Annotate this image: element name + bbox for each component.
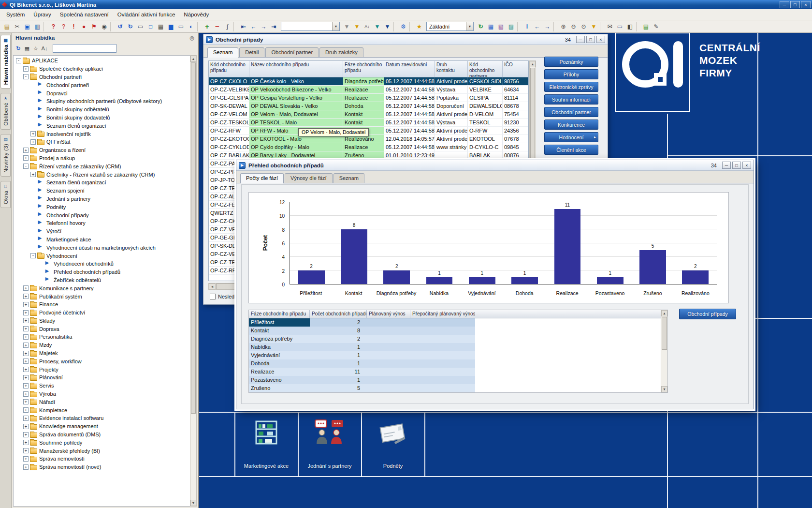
tree-expander-icon[interactable] [30, 237, 36, 242]
tree-expander-icon[interactable] [30, 188, 36, 194]
tree-expander-icon[interactable]: + [23, 367, 29, 372]
tree-item[interactable]: Bonitní skupiny odběratelů [14, 105, 190, 114]
tree-expander-icon[interactable]: + [23, 334, 29, 340]
column-header[interactable]: Datum zaevidování [384, 61, 435, 77]
refresh-icon[interactable]: ↻ [476, 22, 486, 31]
tree-expander-icon[interactable]: + [23, 302, 29, 307]
tree-expander-icon[interactable]: + [23, 294, 29, 299]
find-icon[interactable]: ◉ [99, 22, 109, 31]
tree-expander-icon[interactable] [30, 90, 36, 96]
first-record-icon[interactable]: ⇤ [238, 22, 248, 31]
tree-expander-icon[interactable]: + [23, 148, 29, 153]
sort-icon[interactable]: A↓ [362, 22, 372, 31]
sort-az-icon[interactable]: A↓ [40, 44, 49, 53]
tree-item[interactable]: + Správa nemovitostí [14, 455, 190, 463]
tree-item[interactable]: + Doprava [14, 325, 190, 333]
column-header[interactable]: Počet obchodních případů [310, 310, 367, 318]
tree-item[interactable]: + Publikační systém [14, 292, 190, 300]
undo-icon[interactable]: ↺ [115, 22, 125, 31]
column-header[interactable]: IČO [503, 61, 528, 77]
menu-item[interactable]: Systém [2, 10, 29, 19]
tree-expander-icon[interactable]: - [23, 164, 29, 169]
tree-item[interactable]: Vyhodnocení účasti na marketingových akc… [14, 243, 190, 252]
delete-record-icon[interactable]: − [212, 22, 222, 31]
column-header[interactable]: Fáze obchodního případu [343, 61, 384, 77]
column-header[interactable]: Druh kontaktu [435, 61, 468, 77]
favorite-icon[interactable]: ☆ [31, 44, 40, 53]
tree-item[interactable]: Vyhodnocení obchodníků [14, 260, 190, 268]
scroll-up-icon[interactable]: ▲ [530, 61, 536, 67]
table-row[interactable]: OP-CZ-VELOM OP Velom - Malo, Dodavatel K… [209, 110, 528, 119]
tree-item[interactable]: + Nářadí [14, 398, 190, 406]
side-tab-okna[interactable]: □ Okna [0, 181, 11, 208]
scroll-down-icon[interactable]: ▼ [190, 500, 196, 506]
tree-expander-icon[interactable]: + [23, 456, 29, 462]
hint-icon[interactable]: ! [69, 22, 79, 31]
tree-item[interactable]: Seznam spojení [14, 187, 190, 195]
unwatched-checkbox[interactable] [210, 294, 216, 299]
forward-icon[interactable]: → [542, 22, 552, 31]
open-cases-button[interactable]: Obchodní případy [679, 309, 736, 319]
table-row[interactable]: Diagnóza potřeby 2 [249, 335, 667, 343]
minimize-button[interactable]: ─ [780, 1, 789, 8]
zoom-out-icon[interactable]: ⊖ [568, 22, 579, 31]
save-icon[interactable]: ▥ [32, 22, 43, 31]
column-header[interactable]: Plánovaný výnos [367, 310, 410, 318]
tree-item[interactable]: Obchodní partneři [14, 81, 190, 89]
window-titlebar[interactable]: ▶ Přehled obchodních případů 34 ─ □ × [236, 160, 754, 171]
tree-item[interactable]: + Majetek [14, 349, 190, 358]
tree-item[interactable]: Bonitní skupiny dodavatelů [14, 114, 190, 122]
tree-expander-icon[interactable] [30, 115, 36, 120]
paste-icon[interactable]: ▤ [2, 22, 12, 31]
flag-icon[interactable]: ⚑ [89, 22, 99, 31]
close-button[interactable]: × [801, 1, 811, 8]
tree-expander-icon[interactable] [30, 180, 36, 185]
tree-expander-icon[interactable]: - [16, 58, 21, 63]
tree-expander-icon[interactable]: + [23, 440, 29, 445]
shortcut-podnety[interactable]: Podněty [362, 412, 424, 477]
tree-item[interactable]: + Procesy, workflow [14, 357, 190, 365]
tree-expander-icon[interactable]: + [23, 285, 29, 291]
tree-expander-icon[interactable] [30, 82, 36, 88]
nav-search-input[interactable] [53, 44, 116, 53]
tab[interactable]: Detail [239, 47, 264, 57]
tree-expander-icon[interactable]: + [23, 310, 29, 315]
chevron-down-icon[interactable]: ▼ [466, 22, 473, 30]
views-icon[interactable]: ▦ [23, 44, 31, 53]
window-maximize-button[interactable]: □ [586, 36, 595, 43]
refresh-icon[interactable]: ↻ [14, 44, 23, 53]
tree-expander-icon[interactable]: - [23, 74, 29, 79]
tree-item[interactable]: + Prodej a nákup [14, 154, 190, 163]
tree-item[interactable]: Podněty [14, 203, 190, 211]
filter-clear-icon[interactable]: ▼ [342, 22, 352, 31]
tree-item[interactable]: + Plánování [14, 374, 190, 382]
window-close-button[interactable]: × [742, 162, 751, 169]
case-action-button[interactable]: Členění akce [544, 145, 598, 155]
tree-expander-icon[interactable]: + [30, 139, 36, 145]
last-record-icon[interactable]: ⇥ [269, 22, 279, 31]
side-tab-novinky[interactable]: ▤ Novinky (3) [0, 134, 11, 177]
tab[interactable]: Počty dle fází [240, 173, 284, 183]
tree-item[interactable]: + Manažerské přehledy (BI) [14, 447, 190, 455]
back-icon[interactable]: ← [532, 22, 542, 31]
tree-expander-icon[interactable] [38, 269, 43, 275]
table-row[interactable]: Zrušeno 5 [249, 384, 667, 392]
tree-expander-icon[interactable]: + [23, 416, 29, 421]
tree-expander-icon[interactable] [38, 261, 43, 267]
table-row[interactable]: Pozastaveno 1 [249, 376, 667, 384]
tree-item[interactable]: + Výroba [14, 390, 190, 398]
tree-expander-icon[interactable]: + [23, 359, 29, 364]
column-header[interactable]: Kód obchodního partnera [468, 61, 503, 77]
table-row[interactable]: OP-CZ-CKOLO OP České kolo - Velko Diagnó… [209, 77, 528, 86]
tree-expander-icon[interactable] [30, 204, 36, 209]
help-icon[interactable]: ? [48, 22, 58, 31]
calculator-icon[interactable]: ▦ [156, 22, 166, 31]
tree-expander-icon[interactable] [30, 221, 36, 226]
tab[interactable]: Seznam [207, 47, 238, 58]
table-row[interactable]: OP-GE-GESIPA OP Gesipa Vorstellung - Vel… [209, 94, 528, 102]
form-icon[interactable]: ▭ [135, 22, 145, 31]
table-row[interactable]: Nabídka 1 [249, 343, 667, 351]
tree-expander-icon[interactable]: + [23, 391, 29, 397]
nav-tree-scrollbar[interactable]: ▲ ▼ [190, 55, 197, 507]
tree-expander-icon[interactable]: + [23, 326, 29, 331]
